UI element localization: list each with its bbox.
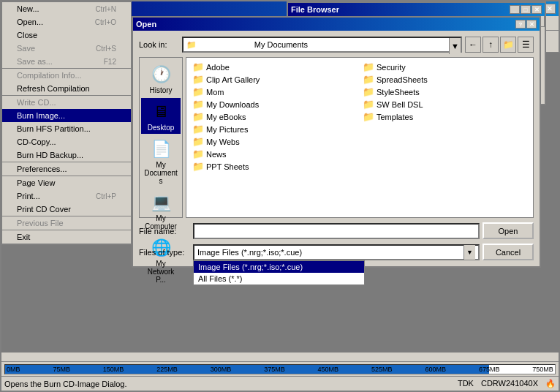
menu-new[interactable]: New... Ctrl+N	[2, 2, 131, 15]
status-fire-icon: 🔥	[545, 379, 556, 388]
menu-preferences[interactable]: Preferences...	[2, 162, 131, 176]
menu-burn-image[interactable]: Burn Image...	[2, 109, 131, 122]
nav-up-btn[interactable]: ↑	[483, 37, 499, 53]
menu-section-prefs: Preferences...	[2, 162, 131, 176]
filetype-dropdown-arrow[interactable]: ▼	[463, 245, 475, 260]
main-window: ■ Nero - Burning Rom - _ □ ✕ File Edit V…	[0, 0, 560, 392]
file-browser-controls: _ □ ✕	[510, 5, 542, 14]
file-browser-title-text: File Browser	[291, 5, 339, 14]
folder-spreadsheets[interactable]: 📁 SpreadSheets	[360, 73, 530, 86]
folder-downloads-label: My Downloads	[206, 100, 259, 109]
folder-mom[interactable]: 📁 Mom	[189, 86, 360, 98]
dialog-help-btn[interactable]: ?	[515, 20, 526, 29]
folder-stylesheets[interactable]: 📁 StyleSheets	[360, 86, 530, 98]
status-right: TDK CDRW241040X 🔥	[458, 379, 556, 388]
menu-section-exit: Exit	[2, 230, 131, 244]
nav-back-btn[interactable]: ←	[465, 37, 481, 53]
menu-save: Save Ctrl+S	[2, 42, 131, 55]
menu-save-as: Save as... F12	[2, 55, 131, 68]
filetype-option-all[interactable]: All Files (*.*)	[194, 273, 364, 284]
folder-icon-sw-bell: 📁	[363, 99, 374, 110]
folder-icon-security: 📁	[363, 61, 374, 72]
filetype-row: Files of type: Image Files (*.nrg;*.iso;…	[139, 244, 534, 260]
shortcut-desktop[interactable]: 🖥 Desktop	[141, 98, 181, 134]
shortcut-network-label: My Network P...	[143, 260, 178, 284]
menu-close[interactable]: Close	[2, 29, 131, 42]
fb-minimize-btn[interactable]: _	[510, 5, 520, 14]
my-documents-icon: 📄	[149, 137, 173, 161]
menu-page-view[interactable]: Page View	[2, 176, 131, 189]
folder-security[interactable]: 📁 Security	[360, 61, 530, 73]
file-browser-title-bar: File Browser _ □ ✕	[288, 3, 545, 16]
folder-adobe[interactable]: 📁 Adobe	[189, 61, 360, 73]
menu-print-cd-cover[interactable]: Print CD Cover	[2, 203, 131, 216]
menu-print[interactable]: Print... Ctrl+P	[2, 189, 131, 203]
menu-refresh-compilation[interactable]: Refresh Compilation	[2, 82, 131, 95]
menu-section-burn: Write CD... Burn Image... Burn HFS Parti…	[2, 96, 131, 162]
status-drive: CDRW241040X	[481, 379, 538, 388]
folder-templates-label: Templates	[377, 113, 413, 121]
folder-ppt[interactable]: 📁 PPT Sheets	[189, 160, 360, 173]
open-dialog-title-bar: Open ? ✕	[133, 18, 540, 31]
fb-close-btn[interactable]: ✕	[531, 5, 542, 14]
look-in-row: Look in: 📁 My Documents ▼ ← ↑ 📁 ☰	[139, 37, 534, 53]
filetype-combo[interactable]: Image Files (*.nrg;*.iso;*.cue) ▼	[193, 244, 480, 260]
folder-icon-news: 📁	[192, 148, 204, 159]
menu-section-print: Page View Print... Ctrl+P Print CD Cover	[2, 176, 131, 216]
menu-previous-file: Previous File	[2, 216, 131, 230]
folder-empty-1	[360, 123, 530, 135]
menu-open[interactable]: Open... Ctrl+O	[2, 15, 131, 29]
open-dialog-body: Look in: 📁 My Documents ▼ ← ↑ 📁 ☰	[133, 31, 540, 266]
folder-empty-3	[360, 148, 530, 160]
filetype-dropdown: Image Files (*.nrg;*.iso;*.cue) All File…	[193, 260, 365, 285]
nav-view-btn[interactable]: ☰	[518, 37, 534, 53]
folder-news-label: News	[206, 150, 227, 159]
look-in-dropdown-arrow[interactable]: ▼	[449, 38, 461, 54]
filetype-label: Files of type:	[139, 248, 190, 257]
menu-burn-hd-backup[interactable]: Burn HD Backup...	[2, 148, 131, 162]
folder-clip-art[interactable]: 📁 Clip Art Gallery	[189, 73, 360, 86]
look-in-folder-icon: 📁	[183, 38, 254, 51]
fb-maximize-btn[interactable]: □	[521, 5, 531, 14]
folder-clip-art-label: Clip Art Gallery	[206, 75, 260, 84]
shortcut-my-docs-label: My Documents	[143, 161, 178, 185]
look-in-combo[interactable]: 📁 My Documents ▼	[182, 37, 462, 53]
folder-templates[interactable]: 📁 Templates	[360, 110, 530, 123]
folder-downloads[interactable]: 📁 My Downloads	[189, 98, 360, 110]
folder-sw-bell[interactable]: 📁 SW Bell DSL	[360, 98, 530, 110]
dialog-content: 🕐 History 🖥 Desktop 📄 My Documents 💻 My …	[139, 57, 534, 218]
folder-icon-stylesheets: 📁	[363, 86, 374, 97]
folder-adobe-label: Adobe	[206, 63, 230, 72]
folder-empty-2	[360, 135, 530, 148]
shortcut-my-documents[interactable]: 📄 My Documents	[141, 135, 181, 187]
folder-icon-pictures: 📁	[192, 124, 204, 135]
menu-write-cd: Write CD...	[2, 96, 131, 109]
nav-buttons: ← ↑ 📁 ☰	[465, 37, 534, 53]
menu-section-file: New... Ctrl+N Open... Ctrl+O Close Save …	[2, 2, 131, 69]
open-dialog-controls: ? ✕	[515, 20, 537, 29]
dialog-close-btn[interactable]: ✕	[526, 20, 537, 29]
open-cancel-button[interactable]: Cancel	[483, 244, 534, 260]
menu-compilation-info: Compilation Info...	[2, 69, 131, 82]
folder-icon-ppt: 📁	[192, 161, 204, 172]
look-in-label: Look in:	[139, 40, 179, 49]
shortcut-history[interactable]: 🕐 History	[141, 61, 181, 97]
folder-webs[interactable]: 📁 My Webs	[189, 135, 360, 148]
menu-burn-hfs[interactable]: Burn HFS Partition...	[2, 122, 131, 135]
folder-spreadsheets-label: SpreadSheets	[377, 75, 428, 84]
progress-labels: 0MB 75MB 150MB 225MB 300MB 375MB 450MB 5…	[5, 366, 555, 373]
filename-row: File name: Open	[139, 222, 534, 239]
filetype-option-images[interactable]: Image Files (*.nrg;*.iso;*.cue)	[194, 261, 364, 273]
folder-ebooks[interactable]: 📁 My eBooks	[189, 110, 360, 123]
open-ok-button[interactable]: Open	[483, 222, 534, 239]
nav-new-folder-btn[interactable]: 📁	[500, 37, 516, 53]
folder-news[interactable]: 📁 News	[189, 148, 360, 160]
filetype-value: Image Files (*.nrg;*.iso;*.cue)	[197, 248, 302, 257]
look-in-value: My Documents	[254, 38, 449, 51]
menu-exit[interactable]: Exit	[2, 230, 131, 244]
filename-input[interactable]	[193, 223, 480, 239]
folder-pictures[interactable]: 📁 My Pictures	[189, 123, 360, 135]
progress-bar: 0MB 75MB 150MB 225MB 300MB 375MB 450MB 5…	[4, 364, 556, 374]
menu-cd-copy[interactable]: CD-Copy...	[2, 135, 131, 148]
folder-ppt-label: PPT Sheets	[206, 162, 249, 171]
